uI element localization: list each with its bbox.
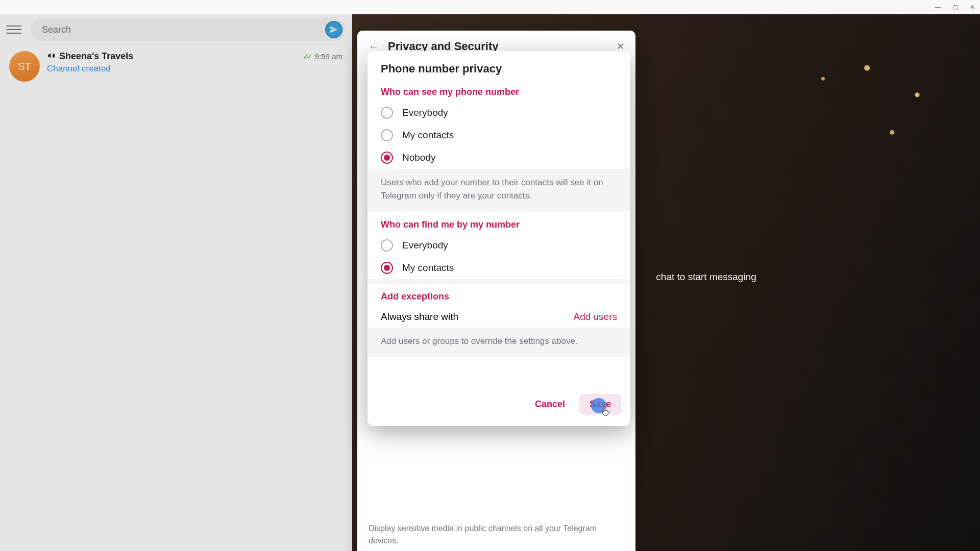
find-section-title: Who can find me by my number bbox=[368, 211, 630, 234]
window-titlebar bbox=[0, 0, 980, 14]
radio-icon bbox=[381, 129, 393, 141]
option-label: My contacts bbox=[402, 262, 454, 273]
click-indicator-icon bbox=[591, 398, 606, 413]
see-option-everybody[interactable]: Everybody bbox=[368, 102, 630, 124]
radio-icon bbox=[381, 107, 393, 119]
find-option-everybody[interactable]: Everybody bbox=[368, 234, 630, 257]
cancel-button[interactable]: Cancel bbox=[525, 394, 575, 415]
radio-icon bbox=[381, 152, 393, 164]
chat-list-panel: ST Sheena's Travels ✓✓ 9:59 am Channel c… bbox=[0, 14, 352, 551]
see-option-nobody[interactable]: Nobody bbox=[368, 146, 630, 169]
radio-icon bbox=[381, 239, 393, 252]
window-minimize-icon[interactable] bbox=[934, 4, 941, 11]
window-maximize-icon[interactable] bbox=[951, 4, 959, 11]
modal-title: Phone number privacy bbox=[368, 51, 630, 83]
find-option-my-contacts[interactable]: My contacts bbox=[368, 257, 630, 279]
see-info-text: Users who add your number to their conta… bbox=[368, 169, 630, 211]
overlay-dim bbox=[0, 14, 352, 551]
add-users-link[interactable]: Add users bbox=[573, 311, 617, 322]
see-option-my-contacts[interactable]: My contacts bbox=[368, 124, 630, 146]
phone-number-privacy-modal: Phone number privacy Who can see my phon… bbox=[368, 51, 630, 426]
option-label: Everybody bbox=[402, 240, 448, 251]
radio-icon bbox=[381, 262, 393, 274]
always-share-label: Always share with bbox=[381, 311, 458, 322]
option-label: Everybody bbox=[402, 107, 448, 118]
always-share-row[interactable]: Always share with Add users bbox=[368, 306, 630, 328]
exceptions-title: Add exceptions bbox=[368, 284, 630, 306]
option-label: Nobody bbox=[402, 152, 436, 163]
window-close-icon[interactable] bbox=[969, 4, 976, 11]
option-label: My contacts bbox=[402, 130, 454, 141]
parent-panel-footer-text: Display sensitive media in public channe… bbox=[369, 522, 624, 547]
save-button[interactable]: Save bbox=[579, 394, 621, 415]
exceptions-info-text: Add users or groups to override the sett… bbox=[368, 328, 630, 357]
close-icon[interactable]: ✕ bbox=[617, 41, 624, 52]
see-section-title: Who can see my phone number bbox=[368, 83, 630, 102]
